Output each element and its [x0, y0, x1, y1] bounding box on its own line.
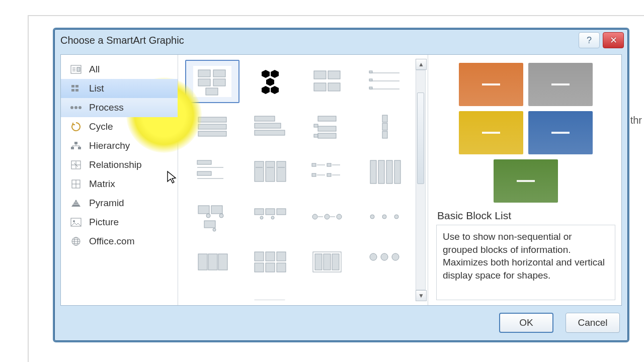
- dialog-client-area: All List Process Cycle: [60, 54, 622, 306]
- category-label: Relationship: [89, 159, 142, 170]
- svg-point-7: [74, 106, 77, 109]
- svg-rect-40: [198, 131, 226, 136]
- svg-rect-5: [75, 89, 78, 92]
- svg-point-106: [370, 253, 377, 260]
- layout-thumb[interactable]: [185, 196, 239, 239]
- preview-block: [494, 159, 558, 203]
- scroll-thumb[interactable]: [417, 93, 424, 184]
- layout-thumb[interactable]: [185, 105, 239, 148]
- svg-rect-1: [77, 67, 80, 71]
- category-officecom[interactable]: Office.com: [61, 232, 178, 251]
- svg-point-89: [337, 214, 342, 219]
- svg-rect-94: [208, 254, 217, 270]
- gallery-scrollbar[interactable]: ▲ ▼: [416, 59, 426, 301]
- layout-thumb[interactable]: [243, 150, 297, 194]
- category-process[interactable]: Process: [61, 98, 178, 117]
- preview-description: Use to show non-sequential or grouped bl…: [436, 225, 615, 300]
- block-dash: [551, 132, 570, 134]
- category-label: Pyramid: [89, 198, 124, 209]
- svg-rect-101: [277, 263, 286, 272]
- category-relationship[interactable]: Relationship: [61, 155, 178, 174]
- svg-rect-72: [386, 160, 392, 184]
- scroll-up-button[interactable]: ▲: [416, 59, 427, 70]
- layout-thumb[interactable]: [185, 241, 239, 284]
- svg-point-81: [260, 216, 263, 219]
- svg-point-91: [382, 215, 386, 219]
- layout-thumb[interactable]: [243, 196, 297, 239]
- close-button[interactable]: ✕: [603, 32, 624, 48]
- layout-thumb[interactable]: [357, 60, 412, 103]
- layout-thumb[interactable]: [300, 150, 354, 194]
- layout-thumb[interactable]: [300, 196, 354, 239]
- cancel-button[interactable]: Cancel: [566, 313, 620, 333]
- category-label: Process: [89, 102, 124, 113]
- svg-rect-29: [328, 71, 340, 79]
- svg-rect-58: [277, 161, 286, 182]
- svg-point-76: [206, 214, 210, 218]
- category-list: All List Process Cycle: [61, 55, 178, 305]
- layout-thumb[interactable]: [185, 286, 239, 300]
- layout-thumb[interactable]: [357, 196, 412, 239]
- layout-thumb[interactable]: [243, 105, 297, 148]
- category-matrix[interactable]: Matrix: [61, 174, 178, 194]
- category-all[interactable]: All: [61, 60, 178, 79]
- svg-rect-4: [71, 89, 74, 92]
- layout-thumb[interactable]: [243, 241, 297, 284]
- svg-rect-35: [369, 71, 372, 73]
- svg-rect-73: [394, 160, 400, 184]
- svg-rect-20: [198, 79, 210, 86]
- svg-rect-37: [369, 87, 372, 89]
- layout-thumb[interactable]: [300, 241, 354, 284]
- hierarchy-icon: [70, 141, 82, 151]
- layout-thumb[interactable]: [357, 286, 412, 300]
- svg-rect-57: [266, 161, 275, 182]
- layout-thumb[interactable]: [300, 60, 354, 103]
- svg-rect-46: [318, 126, 336, 131]
- svg-rect-95: [218, 254, 227, 270]
- layout-thumb[interactable]: [300, 105, 354, 148]
- svg-rect-56: [255, 161, 264, 182]
- list-icon: [70, 83, 82, 94]
- ok-button[interactable]: OK: [499, 313, 553, 333]
- svg-rect-97: [266, 252, 275, 261]
- category-label: Picture: [89, 217, 119, 228]
- all-icon: [70, 64, 82, 74]
- category-pyramid[interactable]: Pyramid: [61, 194, 178, 213]
- preview-block: [459, 63, 523, 106]
- layout-thumb[interactable]: [357, 241, 412, 284]
- svg-rect-21: [213, 79, 225, 86]
- category-label: Office.com: [89, 236, 134, 247]
- svg-rect-47: [314, 134, 318, 137]
- scroll-down-button[interactable]: ▼: [416, 290, 427, 301]
- category-list-item[interactable]: List: [61, 79, 178, 98]
- layout-thumb[interactable]: [300, 286, 354, 300]
- category-label: All: [89, 64, 100, 75]
- svg-point-85: [312, 214, 317, 219]
- svg-rect-38: [198, 117, 226, 122]
- svg-rect-93: [198, 254, 207, 270]
- category-label: Cycle: [89, 121, 113, 132]
- svg-rect-50: [382, 123, 387, 130]
- scroll-track[interactable]: [416, 70, 426, 290]
- layout-thumb[interactable]: [243, 60, 297, 103]
- category-cycle[interactable]: Cycle: [61, 117, 178, 136]
- svg-rect-71: [378, 160, 384, 184]
- layout-thumb[interactable]: [185, 60, 239, 103]
- layout-thumb[interactable]: [185, 150, 239, 194]
- help-button[interactable]: ?: [579, 32, 600, 48]
- category-label: List: [89, 83, 104, 94]
- svg-rect-75: [211, 206, 222, 214]
- svg-rect-54: [197, 171, 211, 175]
- category-hierarchy[interactable]: Hierarchy: [61, 136, 178, 155]
- cycle-icon: [70, 122, 82, 132]
- category-picture[interactable]: Picture: [61, 213, 178, 232]
- block-dash: [517, 180, 535, 182]
- svg-point-6: [70, 106, 73, 109]
- layout-thumb[interactable]: [243, 286, 297, 300]
- svg-rect-11: [78, 147, 81, 149]
- svg-rect-78: [204, 221, 215, 228]
- layout-thumb[interactable]: [357, 150, 412, 194]
- svg-marker-26: [262, 86, 270, 94]
- layout-thumb[interactable]: [357, 105, 412, 148]
- matrix-icon: [70, 179, 82, 189]
